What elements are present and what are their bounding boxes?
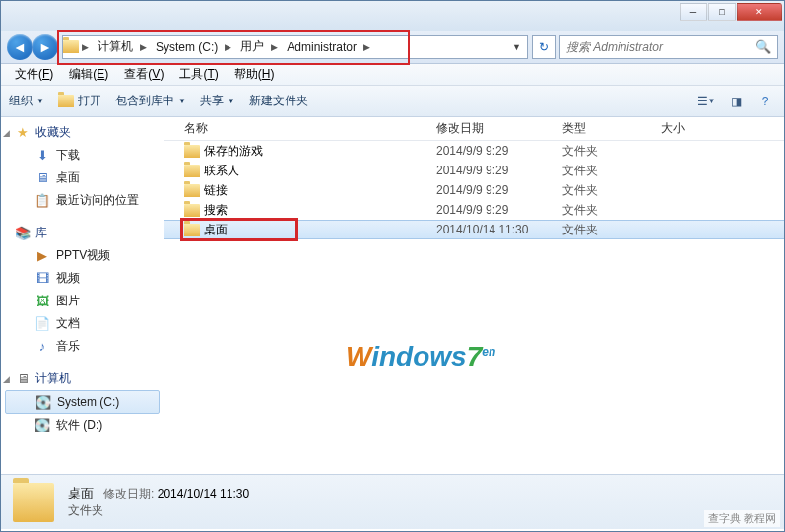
maximize-button[interactable]: □ — [708, 3, 736, 21]
sidebar-item-documents[interactable]: 📄文档 — [1, 312, 164, 335]
picture-icon: 🖼 — [34, 294, 50, 309]
desktop-icon: 🖥 — [34, 170, 50, 186]
file-list-pane: 名称 修改日期 类型 大小 保存的游戏2014/9/9 9:29文件夹联系人20… — [164, 117, 784, 474]
help-button[interactable]: ? — [754, 93, 776, 110]
details-pane: 桌面 修改日期: 2014/10/14 11:30 文件夹 — [1, 474, 784, 529]
title-bar: ─ □ ✕ — [1, 1, 784, 31]
download-icon: ⬇ — [34, 148, 50, 164]
chevron-down-icon: ▼ — [228, 97, 235, 105]
details-date: 2014/10/14 11:30 — [158, 487, 249, 500]
chevron-right-icon[interactable]: ▶ — [268, 42, 281, 52]
sidebar-item-downloads[interactable]: ⬇下载 — [1, 144, 164, 166]
chevron-right-icon[interactable]: ▶ — [360, 42, 373, 52]
file-name: 搜索 — [204, 202, 228, 219]
toolbar: 组织 ▼ 打开 包含到库中 ▼ 共享 ▼ 新建文件夹 ☰ ▼ ◨ ? — [1, 86, 784, 117]
sidebar-computer[interactable]: ◢🖥计算机 — [1, 367, 164, 390]
sidebar-item-pptv[interactable]: ▶PPTV视频 — [1, 244, 164, 267]
file-date: 2014/9/9 9:29 — [436, 203, 562, 217]
breadcrumb-item[interactable]: 用户 — [234, 36, 268, 58]
star-icon: ★ — [15, 125, 31, 141]
document-icon: 📄 — [34, 316, 50, 332]
sidebar-item-pictures[interactable]: 🖼图片 — [1, 290, 164, 312]
file-name: 联系人 — [204, 163, 239, 179]
file-type: 文件夹 — [562, 222, 661, 238]
collapse-icon[interactable]: ◢ — [3, 374, 10, 384]
sidebar-item-drive-d[interactable]: 💽软件 (D:) — [1, 414, 164, 436]
include-library-menu[interactable]: 包含到库中 ▼ — [115, 93, 186, 109]
computer-icon: 🖥 — [15, 371, 31, 387]
view-options-button[interactable]: ☰ ▼ — [695, 93, 717, 110]
menu-h[interactable]: 帮助(H) — [229, 64, 281, 85]
file-type: 文件夹 — [562, 202, 661, 219]
search-icon[interactable]: 🔍 — [755, 39, 771, 54]
file-row[interactable]: 桌面2014/10/14 11:30文件夹 — [164, 220, 784, 239]
chevron-right-icon[interactable]: ▶ — [79, 42, 92, 52]
refresh-button[interactable]: ↻ — [532, 35, 556, 59]
forward-button[interactable]: ► — [33, 34, 58, 60]
menu-v[interactable]: 查看(V) — [118, 64, 169, 85]
menu-t[interactable]: 工具(T) — [173, 64, 224, 85]
file-date: 2014/10/14 11:30 — [436, 223, 562, 236]
breadcrumb-item[interactable]: System (C:) — [150, 36, 222, 58]
chevron-right-icon[interactable]: ▶ — [137, 42, 150, 52]
video-icon: ▶ — [34, 248, 50, 264]
folder-icon — [184, 204, 200, 217]
address-bar[interactable]: ▶ 计算机 ▶ System (C:) ▶ 用户 ▶ Administrator… — [62, 35, 528, 59]
menu-f[interactable]: 文件(F) — [9, 64, 59, 85]
minimize-button[interactable]: ─ — [680, 3, 707, 21]
drive-icon: 💽 — [34, 418, 50, 433]
column-date[interactable]: 修改日期 — [436, 120, 562, 137]
column-size[interactable]: 大小 — [661, 120, 784, 137]
video-icon: 🎞 — [34, 271, 50, 287]
share-menu[interactable]: 共享 ▼ — [200, 93, 235, 109]
file-row[interactable]: 搜索2014/9/9 9:29文件夹 — [164, 200, 784, 220]
open-icon — [58, 94, 74, 109]
folder-icon — [184, 165, 200, 177]
chevron-right-icon[interactable]: ▶ — [222, 42, 234, 52]
chevron-down-icon: ▼ — [178, 97, 186, 105]
file-row[interactable]: 保存的游戏2014/9/9 9:29文件夹 — [164, 141, 784, 161]
folder-icon — [184, 145, 200, 158]
chevron-down-icon: ▼ — [36, 97, 44, 105]
folder-icon — [63, 39, 79, 55]
navigation-bar: ◄ ► ▶ 计算机 ▶ System (C:) ▶ 用户 ▶ Administr… — [1, 31, 784, 64]
sidebar-item-music[interactable]: ♪音乐 — [1, 335, 164, 358]
column-type[interactable]: 类型 — [562, 120, 661, 137]
sidebar-item-desktop[interactable]: 🖥桌面 — [1, 166, 164, 189]
file-type: 文件夹 — [562, 163, 661, 179]
column-name[interactable]: 名称 — [184, 120, 436, 137]
library-icon: 📚 — [15, 226, 31, 241]
music-icon: ♪ — [34, 339, 50, 355]
close-button[interactable]: ✕ — [737, 3, 782, 21]
file-row[interactable]: 链接2014/9/9 9:29文件夹 — [164, 180, 784, 200]
search-box[interactable]: 🔍 — [559, 35, 778, 59]
file-name: 桌面 — [204, 222, 228, 238]
collapse-icon[interactable]: ◢ — [3, 128, 10, 138]
sidebar-item-recent[interactable]: 📋最近访问的位置 — [1, 189, 164, 212]
details-title: 桌面 — [68, 486, 94, 500]
file-date: 2014/9/9 9:29 — [436, 183, 562, 197]
sidebar-favorites[interactable]: ◢★收藏夹 — [1, 121, 164, 144]
folder-icon — [13, 483, 54, 522]
sidebar-item-drive-c[interactable]: 💽System (C:) — [5, 390, 160, 414]
file-rows: 保存的游戏2014/9/9 9:29文件夹联系人2014/9/9 9:29文件夹… — [164, 141, 784, 474]
address-dropdown[interactable]: ▼ — [506, 42, 527, 52]
folder-icon — [184, 224, 200, 236]
file-date: 2014/9/9 9:29 — [436, 144, 562, 158]
organize-menu[interactable]: 组织 ▼ — [9, 93, 44, 109]
preview-pane-button[interactable]: ◨ — [725, 93, 747, 110]
menu-bar: 文件(F)编辑(E)查看(V)工具(T)帮助(H) — [1, 64, 784, 86]
details-type: 文件夹 — [68, 502, 249, 519]
search-input[interactable] — [566, 40, 755, 54]
menu-e[interactable]: 编辑(E) — [63, 64, 114, 85]
back-button[interactable]: ◄ — [7, 34, 33, 60]
breadcrumb-item[interactable]: 计算机 — [92, 36, 137, 58]
open-button[interactable]: 打开 — [58, 93, 101, 109]
file-row[interactable]: 联系人2014/9/9 9:29文件夹 — [164, 161, 784, 180]
sidebar-item-videos[interactable]: 🎞视频 — [1, 267, 164, 290]
file-type: 文件夹 — [562, 143, 661, 160]
sidebar-libraries[interactable]: 📚库 — [1, 222, 164, 244]
breadcrumb-item[interactable]: Administrator — [281, 36, 360, 58]
file-date: 2014/9/9 9:29 — [436, 164, 562, 177]
new-folder-button[interactable]: 新建文件夹 — [249, 93, 308, 109]
